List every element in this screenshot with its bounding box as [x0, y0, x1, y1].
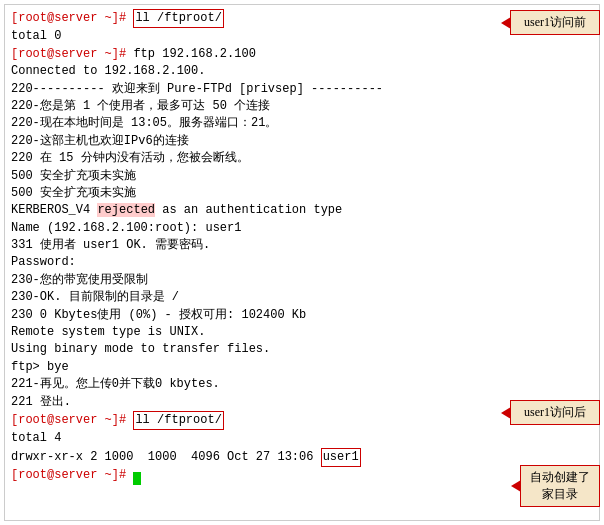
ll-cmd-2: ll /ftproot/: [133, 411, 223, 430]
line-2: total 0: [11, 28, 593, 45]
line-17: 230-OK. 目前限制的目录是 /: [11, 289, 593, 306]
prompt-bracket-3: [root@server ~]#: [11, 413, 126, 427]
line-26: drwxr-xr-x 2 1000 1000 4096 Oct 27 13:06…: [11, 448, 593, 467]
line-7: 220-现在本地时间是 13:05。服务器端口：21。: [11, 115, 593, 132]
annotation-user1-before: user1访问前: [510, 10, 600, 35]
cursor: [133, 472, 141, 485]
line-21: ftp> bye: [11, 359, 593, 376]
line-19: Remote system type is UNIX.: [11, 324, 593, 341]
line-20: Using binary mode to transfer files.: [11, 341, 593, 358]
line-13: Name (192.168.2.100:root): user1: [11, 220, 593, 237]
line-11: 500 安全扩充项未实施: [11, 185, 593, 202]
ll-cmd-1: ll /ftproot/: [133, 9, 223, 28]
line-5: 220---------- 欢迎来到 Pure-FTPd [privsep] -…: [11, 81, 593, 98]
line-27: [root@server ~]#: [11, 467, 593, 484]
line-8: 220-这部主机也欢迎IPv6的连接: [11, 133, 593, 150]
user1-dir: user1: [321, 448, 361, 467]
line-6: 220-您是第 1 个使用者，最多可达 50 个连接: [11, 98, 593, 115]
line-12: KERBEROS_V4 rejected as an authenticatio…: [11, 202, 593, 219]
terminal-wrapper: [root@server ~]# ll /ftproot/ total 0 [r…: [0, 0, 604, 525]
prompt-bracket-2: [root@server ~]#: [11, 47, 126, 61]
line-18: 230 0 Kbytes使用 (0%) - 授权可用: 102400 Kb: [11, 307, 593, 324]
line-4: Connected to 192.168.2.100.: [11, 63, 593, 80]
line-14: 331 使用者 user1 OK. 需要密码.: [11, 237, 593, 254]
line-3: [root@server ~]# ftp 192.168.2.100: [11, 46, 593, 63]
line-15: Password:: [11, 254, 593, 271]
line-16: 230-您的带宽使用受限制: [11, 272, 593, 289]
annotation-auto-created: 自动创建了 家目录: [520, 465, 600, 507]
annotation-user1-after: user1访问后: [510, 400, 600, 425]
line-25: total 4: [11, 430, 593, 447]
prompt-bracket-4: [root@server ~]#: [11, 468, 126, 482]
terminal: [root@server ~]# ll /ftproot/ total 0 [r…: [4, 4, 600, 521]
line-10: 500 安全扩充项未实施: [11, 168, 593, 185]
line-9: 220 在 15 分钟内没有活动，您被会断线。: [11, 150, 593, 167]
line-22: 221-再见。您上传0并下载0 kbytes.: [11, 376, 593, 393]
prompt-bracket: [root@server ~]#: [11, 11, 126, 25]
